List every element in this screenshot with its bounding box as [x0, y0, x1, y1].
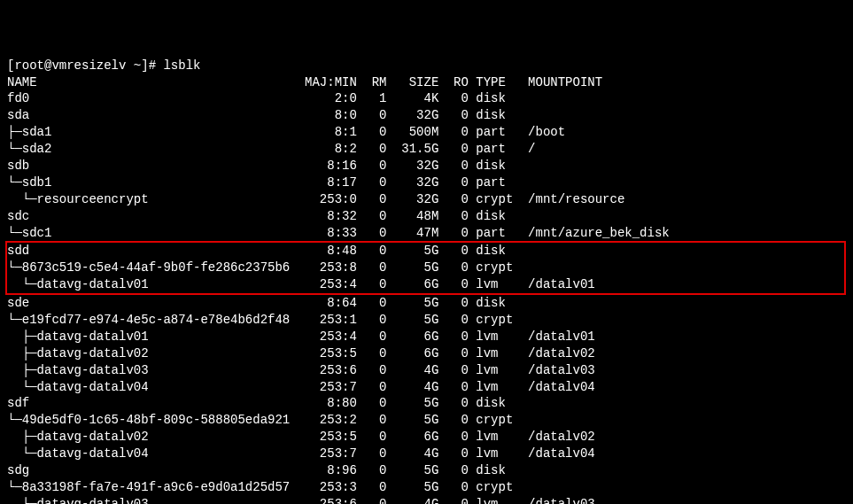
lsblk-row: ├─datavg-datalv01 253:4 0 6G 0 lvm /data… [7, 330, 595, 344]
terminal-output: [root@vmresizelv ~]# lsblkNAME MAJ:MIN R… [7, 58, 846, 504]
lsblk-row: └─sdc1 8:33 0 47M 0 part /mnt/azure_bek_… [7, 226, 670, 240]
lsblk-header: NAME MAJ:MIN RM SIZE RO TYPE MOUNTPOINT [7, 75, 602, 89]
lsblk-row: sde 8:64 0 5G 0 disk [7, 296, 528, 310]
lsblk-row: sdb 8:16 0 32G 0 disk [7, 159, 528, 173]
lsblk-row: ├─datavg-datalv03 253:6 0 4G 0 lvm /data… [7, 497, 595, 504]
shell-prompt: [root@vmresizelv ~]# [7, 58, 163, 73]
lsblk-row: └─datavg-datalv01 253:4 0 6G 0 lvm /data… [7, 277, 595, 291]
lsblk-row: ├─sda1 8:1 0 500M 0 part /boot [7, 125, 565, 139]
lsblk-row: sdd 8:48 0 5G 0 disk [7, 244, 528, 258]
lsblk-row: └─sdb1 8:17 0 32G 0 part [7, 175, 528, 190]
lsblk-row: sdg 8:96 0 5G 0 disk [7, 463, 528, 477]
command[interactable]: lsblk [163, 58, 200, 73]
lsblk-row: └─e19fcd77-e974-4e5c-a874-e78e4b6d2f48 2… [7, 313, 528, 327]
lsblk-row: ├─datavg-datalv02 253:5 0 6G 0 lvm /data… [7, 430, 595, 444]
lsblk-row: ├─datavg-datalv03 253:6 0 4G 0 lvm /data… [7, 363, 595, 377]
lsblk-row: fd0 2:0 1 4K 0 disk [7, 91, 528, 105]
lsblk-row: └─datavg-datalv04 253:7 0 4G 0 lvm /data… [7, 446, 595, 461]
lsblk-row: sdf 8:80 0 5G 0 disk [7, 396, 528, 410]
lsblk-row: └─sda2 8:2 0 31.5G 0 part / [7, 142, 536, 156]
lsblk-row: └─49de5df0-1c65-48bf-809c-588805eda921 2… [7, 413, 528, 427]
highlighted-block: sdd 8:48 0 5G 0 disk └─8673c519-c5e4-44a… [5, 241, 846, 295]
lsblk-row: └─8673c519-c5e4-44af-9b0f-fe286c2375b6 2… [7, 260, 528, 275]
lsblk-row: sdc 8:32 0 48M 0 disk [7, 209, 528, 223]
lsblk-row: sda 8:0 0 32G 0 disk [7, 108, 528, 122]
lsblk-row: ├─datavg-datalv02 253:5 0 6G 0 lvm /data… [7, 346, 595, 361]
lsblk-row: └─datavg-datalv04 253:7 0 4G 0 lvm /data… [7, 380, 595, 394]
lsblk-row: └─8a33198f-fa7e-491f-a9c6-e9d0a1d25d57 2… [7, 480, 528, 494]
lsblk-row: └─resourceencrypt 253:0 0 32G 0 crypt /m… [7, 192, 624, 206]
